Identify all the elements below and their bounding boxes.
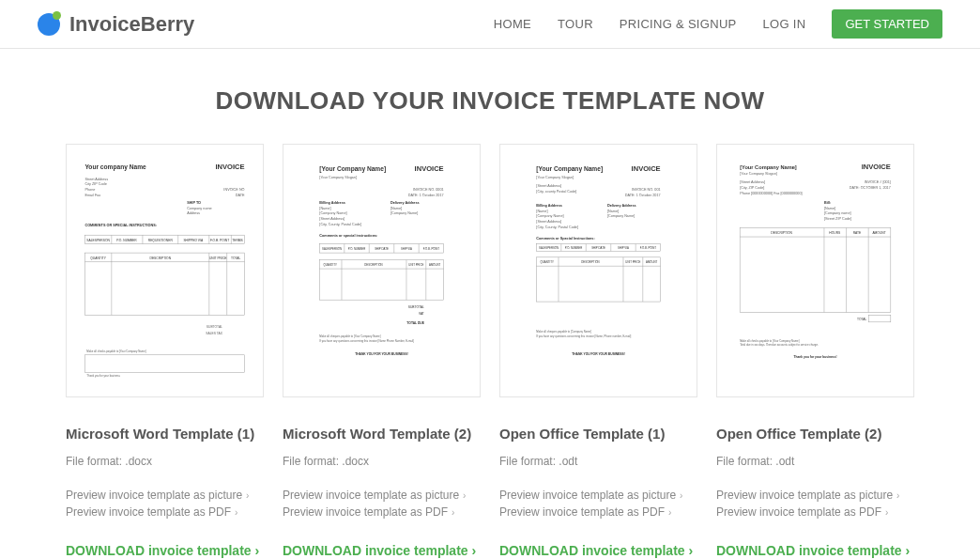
svg-text:[Company Name]: [Company Name] bbox=[536, 214, 563, 218]
svg-text:TOTAL: TOTAL bbox=[231, 256, 240, 260]
template-format: File format: .odt bbox=[499, 455, 697, 468]
download-link[interactable]: DOWNLOAD invoice template› bbox=[499, 543, 697, 558]
svg-text:TOTAL DUE: TOTAL DUE bbox=[406, 321, 424, 325]
svg-text:SHIP TO: SHIP TO bbox=[187, 201, 201, 205]
svg-text:Make all cheques payable to [C: Make all cheques payable to [Company Nam… bbox=[536, 330, 591, 334]
svg-text:If you have any questions conc: If you have any questions concerning thi… bbox=[536, 334, 631, 338]
svg-text:SHIP VIA: SHIP VIA bbox=[618, 246, 629, 250]
chevron-right-icon: › bbox=[452, 507, 454, 518]
svg-text:SHIP VIA: SHIP VIA bbox=[401, 247, 412, 251]
svg-text:DATE: 1 October 2017: DATE: 1 October 2017 bbox=[625, 194, 661, 197]
svg-text:Street Address: Street Address bbox=[84, 178, 108, 181]
preview-pdf-link[interactable]: Preview invoice template as PDF› bbox=[716, 505, 914, 519]
template-card: [Your Company Name] [Your Company Slogan… bbox=[283, 144, 481, 558]
svg-text:Your company Name: Your company Name bbox=[84, 163, 146, 171]
svg-text:F.O.B. POINT: F.O.B. POINT bbox=[640, 246, 657, 250]
preview-pdf-link[interactable]: Preview invoice template as PDF› bbox=[283, 505, 481, 519]
svg-text:QUANTITY: QUANTITY bbox=[541, 260, 554, 264]
svg-text:THANK YOU FOR YOUR BUSINESS!: THANK YOU FOR YOUR BUSINESS! bbox=[572, 352, 625, 356]
template-grid: Your company Name INVOICE Street Address… bbox=[0, 144, 980, 558]
template-title: Open Office Template (2) bbox=[716, 426, 914, 442]
nav-login[interactable]: LOG IN bbox=[763, 17, 806, 31]
nav: HOME TOUR PRICING & SIGNUP LOG IN GET ST… bbox=[494, 9, 942, 39]
invoice-preview-icon: [Your Company Name] [Your Company Slogan… bbox=[510, 154, 687, 387]
svg-text:[Street Address]: [Street Address] bbox=[319, 217, 345, 221]
svg-text:UNIT PRICE: UNIT PRICE bbox=[625, 260, 640, 264]
svg-text:INVOICE NO. 001: INVOICE NO. 001 bbox=[632, 188, 661, 192]
template-thumbnail[interactable]: [Your Company Name] [Your Company Slogan… bbox=[283, 144, 481, 397]
svg-text:[Company Name]: [Company Name] bbox=[390, 211, 418, 215]
invoice-preview-icon: [Your Company Name] [Your Company Slogan… bbox=[727, 154, 904, 387]
nav-pricing[interactable]: PRICING & SIGNUP bbox=[620, 17, 737, 31]
svg-text:DATE: OCTOBER 1, 2017: DATE: OCTOBER 1, 2017 bbox=[850, 186, 891, 190]
svg-text:[Name]: [Name] bbox=[319, 207, 330, 210]
get-started-button[interactable]: GET STARTED bbox=[832, 9, 942, 39]
template-thumbnail[interactable]: [Your Company Name] [Your Company Slogan… bbox=[716, 144, 914, 397]
svg-text:If you have any questions conc: If you have any questions concerning thi… bbox=[319, 339, 414, 343]
svg-text:DESCRIPTION: DESCRIPTION bbox=[771, 231, 792, 235]
svg-text:[Your Company Slogan]: [Your Company Slogan] bbox=[740, 172, 777, 176]
brand-name: InvoiceBerry bbox=[69, 12, 194, 37]
chevron-right-icon: › bbox=[689, 543, 694, 558]
svg-text:Billing Address: Billing Address bbox=[536, 204, 561, 208]
template-thumbnail[interactable]: [Your Company Name] [Your Company Slogan… bbox=[499, 144, 697, 397]
svg-rect-35 bbox=[84, 355, 244, 373]
template-card: [Your Company Name] [Your Company Slogan… bbox=[499, 144, 697, 558]
svg-text:COMMENTS OR SPECIAL INSTRUCTIO: COMMENTS OR SPECIAL INSTRUCTIONS: bbox=[84, 224, 157, 227]
svg-text:TERMS: TERMS bbox=[232, 239, 243, 242]
chevron-right-icon: › bbox=[255, 543, 260, 558]
svg-text:UNIT PRICE: UNIT PRICE bbox=[408, 263, 423, 267]
svg-text:Billing Address: Billing Address bbox=[319, 201, 345, 205]
template-format: File format: .odt bbox=[716, 455, 914, 468]
svg-text:[Company name]: [Company name] bbox=[824, 211, 851, 215]
svg-text:INVOICE: INVOICE bbox=[415, 164, 444, 173]
svg-text:Address: Address bbox=[187, 211, 200, 215]
template-title: Microsoft Word Template (2) bbox=[283, 426, 481, 442]
svg-text:QUANTITY: QUANTITY bbox=[324, 263, 337, 267]
template-thumbnail[interactable]: Your company Name INVOICE Street Address… bbox=[66, 144, 264, 397]
svg-text:SALES TAX: SALES TAX bbox=[206, 332, 222, 335]
svg-text:[Company Name]: [Company Name] bbox=[607, 214, 635, 218]
svg-text:SALESPERSON: SALESPERSON bbox=[539, 246, 559, 250]
svg-text:INVOICE # [001]: INVOICE # [001] bbox=[865, 180, 891, 184]
svg-text:Email Fax: Email Fax bbox=[84, 194, 100, 197]
svg-text:REQUISITIONER: REQUISITIONER bbox=[148, 239, 174, 242]
svg-text:[Street Address]: [Street Address] bbox=[536, 220, 561, 224]
svg-text:DESCRIPTION: DESCRIPTION bbox=[581, 260, 599, 264]
download-link[interactable]: DOWNLOAD invoice template› bbox=[283, 543, 481, 558]
preview-picture-link[interactable]: Preview invoice template as picture› bbox=[499, 489, 697, 502]
svg-text:[Your Company Slogan]: [Your Company Slogan] bbox=[319, 176, 357, 179]
download-link[interactable]: DOWNLOAD invoice template› bbox=[66, 543, 264, 558]
svg-text:Thank you for your business: Thank you for your business bbox=[86, 374, 120, 378]
svg-text:SHIP DATE: SHIP DATE bbox=[591, 246, 605, 250]
svg-text:SHIP DATE: SHIP DATE bbox=[375, 247, 389, 251]
svg-text:Total due in xxx days. Overdue: Total due in xxx days. Overdue accounts … bbox=[740, 343, 819, 347]
download-link[interactable]: DOWNLOAD invoice template› bbox=[716, 543, 914, 558]
nav-home[interactable]: HOME bbox=[494, 17, 531, 31]
svg-text:P.O. NUMBER: P.O. NUMBER bbox=[116, 239, 137, 242]
svg-text:SALESPERSON: SALESPERSON bbox=[86, 239, 110, 242]
svg-rect-127 bbox=[740, 228, 891, 313]
preview-picture-link[interactable]: Preview invoice template as picture› bbox=[66, 489, 264, 502]
svg-text:[Your Company Name]: [Your Company Name] bbox=[740, 164, 797, 170]
preview-picture-link[interactable]: Preview invoice template as picture› bbox=[283, 489, 481, 502]
svg-text:Delivery Address: Delivery Address bbox=[607, 204, 636, 208]
chevron-right-icon: › bbox=[668, 507, 671, 518]
svg-text:Comments or special instructio: Comments or special instructions: bbox=[319, 234, 377, 238]
preview-picture-link[interactable]: Preview invoice template as picture› bbox=[716, 489, 914, 502]
svg-text:INVOICE: INVOICE bbox=[862, 163, 891, 171]
svg-text:Delivery Address: Delivery Address bbox=[390, 201, 420, 205]
brand[interactable]: InvoiceBerry bbox=[38, 12, 194, 37]
chevron-right-icon: › bbox=[885, 507, 888, 518]
svg-text:City ZIP Code: City ZIP Code bbox=[84, 182, 106, 186]
svg-rect-136 bbox=[868, 315, 891, 322]
svg-text:[Your Company Name]: [Your Company Name] bbox=[536, 165, 603, 173]
preview-pdf-link[interactable]: Preview invoice template as PDF› bbox=[66, 505, 264, 519]
template-title: Microsoft Word Template (1) bbox=[66, 426, 264, 442]
nav-tour[interactable]: TOUR bbox=[558, 17, 593, 31]
svg-text:[City, County, Postal Code]: [City, County, Postal Code] bbox=[319, 223, 361, 226]
svg-text:Phone: Phone bbox=[84, 188, 95, 192]
preview-pdf-link[interactable]: Preview invoice template as PDF› bbox=[499, 505, 697, 519]
svg-text:SALESPERSON: SALESPERSON bbox=[322, 247, 342, 251]
svg-text:[Name]: [Name] bbox=[390, 207, 402, 210]
